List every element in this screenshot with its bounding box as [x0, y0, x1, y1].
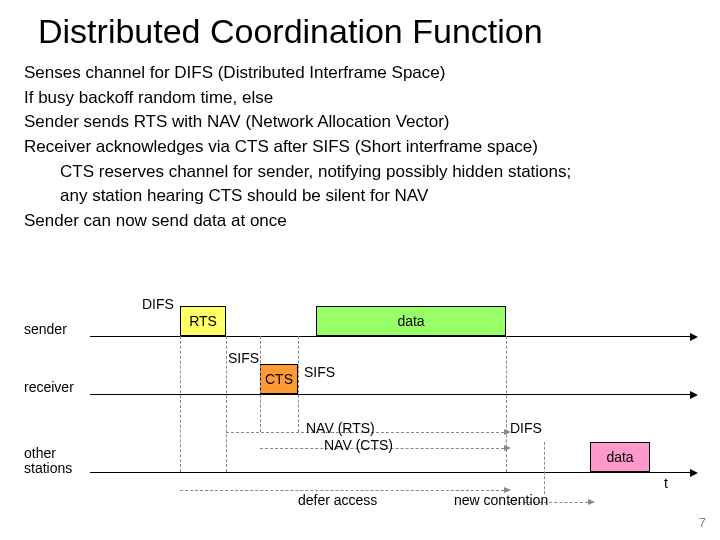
nav-cts-label: NAV (CTS)	[324, 437, 393, 453]
nav-rts-label: NAV (RTS)	[306, 420, 375, 436]
bullet-list: Senses channel for DIFS (Distributed Int…	[24, 61, 720, 233]
defer-bar	[180, 490, 504, 491]
label-sender: sender	[24, 322, 67, 337]
data-frame: data	[316, 306, 506, 336]
slide-number: 7	[699, 515, 706, 530]
rts-frame: RTS	[180, 306, 226, 336]
bullet-2: If busy backoff random time, else	[24, 86, 720, 111]
bullet-6: any station hearing CTS should be silent…	[60, 184, 720, 209]
guide-rts-start	[180, 336, 181, 472]
guide-difs-end-others	[544, 442, 545, 494]
difs-label-others: DIFS	[510, 420, 542, 436]
label-other-line2: stations	[24, 460, 72, 476]
guide-data-end	[506, 336, 507, 472]
bullet-7: Sender can now send data at once	[24, 209, 720, 234]
label-other-line1: other	[24, 445, 56, 461]
new-contention-label: new contention	[454, 492, 548, 508]
sifs-label-1: SIFS	[228, 350, 259, 366]
defer-label: defer access	[298, 492, 377, 508]
label-receiver: receiver	[24, 380, 74, 395]
slide-title: Distributed Coordination Function	[38, 12, 720, 51]
guide-cts-end	[298, 336, 299, 432]
guide-rts-end	[226, 336, 227, 472]
others-timeline	[90, 472, 690, 473]
others-data-frame: data	[590, 442, 650, 472]
bullet-1: Senses channel for DIFS (Distributed Int…	[24, 61, 720, 86]
sifs-label-2: SIFS	[304, 364, 335, 380]
label-other-stations: other stations	[24, 446, 72, 477]
bullet-4: Receiver acknowledges via CTS after SIFS…	[24, 135, 720, 160]
t-axis-label: t	[664, 475, 668, 491]
bullet-5: CTS reserves channel for sender, notifyi…	[60, 160, 720, 185]
bullet-3: Sender sends RTS with NAV (Network Alloc…	[24, 110, 720, 135]
guide-cts-start	[260, 336, 261, 432]
cts-frame: CTS	[260, 364, 298, 394]
difs-label-sender: DIFS	[142, 296, 174, 312]
timing-diagram: sender receiver other stations t DIFS RT…	[20, 292, 700, 517]
